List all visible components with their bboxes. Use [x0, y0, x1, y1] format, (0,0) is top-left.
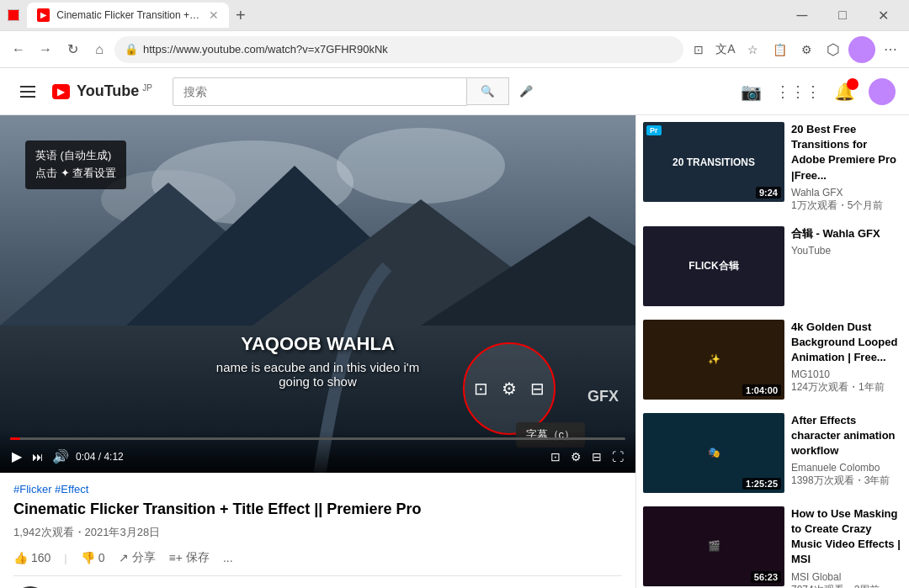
share-icon: ↗: [119, 551, 129, 564]
star-icon[interactable]: ☆: [741, 38, 764, 61]
settings-btn[interactable]: ⚙: [569, 448, 583, 465]
video-section: 英语 (自动生成) 点击 ✦ 查看设置 YAQOOB WAHLA name is…: [0, 115, 635, 588]
tab-favicon: ▶: [37, 8, 50, 22]
svg-point-3: [337, 128, 505, 204]
video-meta: 1,942次观看・2021年3月28日: [13, 525, 622, 540]
sidebar-item-channel: Wahla GFX: [791, 187, 902, 199]
volume-icon[interactable]: 🔊: [52, 448, 69, 464]
like-button[interactable]: 👍 160: [13, 551, 50, 564]
tab-close-icon[interactable]: ✕: [209, 8, 219, 22]
address-bar[interactable]: 🔒 https://www.youtube.com/watch?v=x7GFHR…: [114, 36, 683, 63]
yt-header: ▶ YouTube JP 🔍 🎤 📷 ⋮⋮⋮ 🔔: [0, 68, 909, 115]
sidebar-item-meta: 7074次观看・2周前: [791, 583, 902, 589]
progress-bar[interactable]: [10, 437, 625, 440]
refresh-button[interactable]: ↻: [61, 38, 84, 61]
sidebar-item-meta: 124万次观看・1年前: [791, 380, 902, 395]
sidebar: 20 TRANSITIONS9:24Pr20 Best Free Transit…: [635, 115, 909, 588]
tab-bar: ▶ Cinematic Flicker Transition + Ti... ✕…: [0, 0, 909, 30]
maximize-button[interactable]: □: [823, 3, 862, 28]
thumbnail-duration: 1:25:25: [742, 478, 781, 490]
miniscreen-icon[interactable]: ⊟: [530, 379, 545, 399]
sidebar-item-channel: Emanuele Colombo: [791, 462, 902, 474]
camera-icon[interactable]: 📷: [741, 82, 762, 102]
thumbnail-label: FLICK合辑: [688, 259, 738, 273]
yt-search-bar[interactable]: [173, 77, 467, 106]
sidebar-thumbnail: ✨1:04:00: [643, 320, 784, 400]
sidebar-item-channel: MG1010: [791, 368, 902, 380]
minimize-button[interactable]: ─: [783, 3, 821, 28]
controls-icons: ⊡ ⚙ ⊟: [474, 379, 545, 399]
yt-logo[interactable]: ▶ YouTube JP: [52, 82, 152, 100]
nav-bar: ← → ↻ ⌂ 🔒 https://www.youtube.com/watch?…: [0, 31, 909, 68]
main-content: 英语 (自动生成) 点击 ✦ 查看设置 YAQOOB WAHLA name is…: [0, 115, 909, 588]
sidebar-item-info: 20 Best Free Transitions for Adobe Premi…: [791, 122, 902, 213]
sidebar-item-channel: MSI Global: [791, 571, 902, 583]
video-player[interactable]: 英语 (自动生成) 点击 ✦ 查看设置 YAQOOB WAHLA name is…: [0, 115, 635, 473]
apps-icon[interactable]: ⋮⋮⋮: [775, 82, 821, 101]
settings-icon[interactable]: ⚙: [502, 379, 517, 399]
video-tags[interactable]: #Flicker #Effect: [13, 483, 622, 495]
save-button[interactable]: ≡+ 保存: [169, 550, 210, 565]
fullscreen-btn[interactable]: ⛶: [610, 448, 625, 465]
sidebar-item-title: 20 Best Free Transitions for Adobe Premi…: [791, 122, 902, 183]
miniplayer-btn[interactable]: ⊟: [590, 448, 603, 465]
extensions-icon[interactable]: ⬡: [821, 38, 845, 61]
controls-row: ▶ ⏭ 🔊 0:04 / 4:12 ⊡ ⚙ ⊟ ⛶: [10, 447, 625, 466]
ctrl-right: ⊡ ⚙ ⊟ ⛶: [549, 448, 625, 465]
cast-icon[interactable]: ⊡: [687, 38, 710, 61]
profile-avatar[interactable]: [848, 36, 875, 63]
search-button[interactable]: 🔍: [467, 77, 509, 105]
hamburger-menu[interactable]: [13, 79, 42, 104]
progress-fill: [10, 437, 20, 440]
forward-button[interactable]: →: [34, 38, 57, 61]
dislike-button[interactable]: 👎 0: [81, 551, 105, 564]
dislike-icon: 👎: [81, 551, 95, 564]
caption-line1: 英语 (自动生成): [35, 147, 116, 165]
thumbnail-label: ✨: [708, 353, 720, 365]
sidebar-item[interactable]: 🎬56:23How to Use Masking to Create Crazy…: [636, 500, 909, 588]
video-main-title: Cinematic Flicker Transition + Title Eff…: [13, 501, 622, 518]
settings-icon[interactable]: ⚙: [795, 38, 818, 61]
video-controls: ▶ ⏭ 🔊 0:04 / 4:12 ⊡ ⚙ ⊟ ⛶: [0, 431, 635, 473]
play-button[interactable]: ▶: [10, 447, 24, 466]
caption-line2: 点击 ✦ 查看设置: [35, 165, 116, 183]
collections-icon[interactable]: 📋: [768, 38, 791, 61]
new-tab-button[interactable]: +: [236, 6, 246, 25]
home-button[interactable]: ⌂: [88, 38, 111, 61]
share-button[interactable]: ↗ 分享: [119, 550, 156, 565]
sidebar-item-title: After Effects character animation workfl…: [791, 413, 902, 459]
thumbnail-duration: 56:23: [751, 571, 781, 583]
thumbnail-duration: 9:24: [756, 187, 781, 199]
user-avatar[interactable]: [869, 78, 896, 105]
video-name-overlay: YAQOOB WAHLA: [241, 333, 395, 355]
back-button[interactable]: ←: [7, 38, 30, 61]
save-label: 保存: [186, 550, 210, 565]
active-tab[interactable]: ▶ Cinematic Flicker Transition + Ti... ✕: [27, 3, 229, 28]
more-options-button[interactable]: ⋯: [879, 38, 902, 61]
sidebar-item-info: 合辑 - Wahla GFXYouTube: [791, 226, 902, 306]
sidebar-item[interactable]: 20 TRANSITIONS9:24Pr20 Best Free Transit…: [636, 115, 909, 220]
tab-label: Cinematic Flicker Transition + Ti...: [56, 9, 202, 21]
sidebar-item[interactable]: FLICK合辑合辑 - Wahla GFXYouTube: [636, 220, 909, 313]
sidebar-item-channel: YouTube: [791, 245, 902, 257]
sidebar-item-meta: 1万次观看・5个月前: [791, 199, 902, 213]
close-button[interactable]: ✕: [864, 3, 902, 28]
notification-icon[interactable]: 🔔: [834, 82, 855, 102]
more-button[interactable]: ...: [223, 551, 233, 564]
translate-icon[interactable]: 文A: [714, 38, 737, 61]
subtitles-btn[interactable]: ⊡: [549, 448, 562, 465]
caption-overlay: 英语 (自动生成) 点击 ✦ 查看设置: [25, 140, 126, 189]
sidebar-item-info: How to Use Masking to Create Crazy Music…: [791, 506, 902, 588]
browser-nav-actions: ⊡ 文A ☆ 📋 ⚙ ⬡ ⋯: [687, 36, 902, 63]
subtitles-icon[interactable]: ⊡: [474, 379, 488, 399]
browser-chrome: ▶ Cinematic Flicker Transition + Ti... ✕…: [0, 0, 909, 31]
mic-button[interactable]: 🎤: [519, 85, 533, 98]
sidebar-item[interactable]: 🎭1:25:25After Effects character animatio…: [636, 406, 909, 500]
video-actions: 👍 160 | 👎 0 ↗ 分享 ≡+ 保存 ...: [13, 550, 622, 576]
sidebar-item[interactable]: ✨1:04:004k Golden Dust Background Looped…: [636, 313, 909, 406]
time-total: 4:12: [104, 451, 123, 463]
search-input[interactable]: [173, 78, 466, 105]
yt-locale: JP: [142, 83, 152, 93]
sidebar-item-title: 4k Golden Dust Background Looped Animati…: [791, 320, 902, 366]
next-button[interactable]: ⏭: [30, 448, 45, 465]
